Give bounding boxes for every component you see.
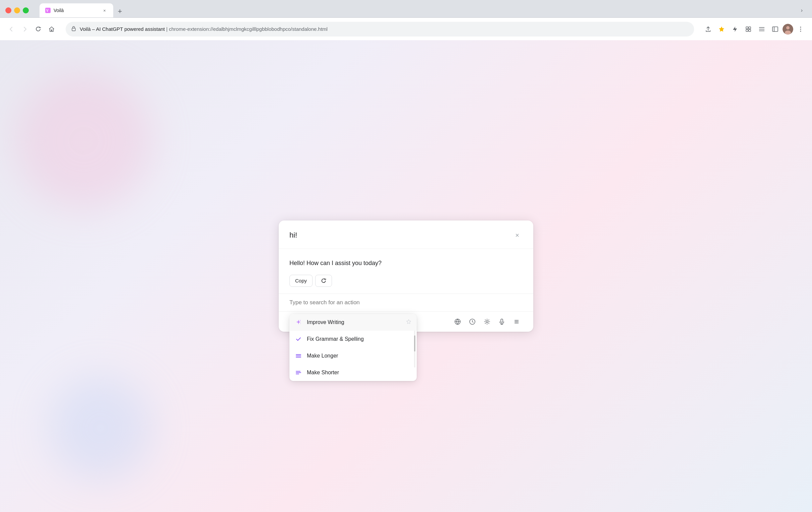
traffic-lights: [5, 7, 29, 13]
nav-buttons: [0, 23, 63, 35]
svg-point-32: [515, 320, 516, 321]
svg-rect-2: [72, 28, 76, 31]
dropdown-item-star-improve-writing[interactable]: [406, 319, 411, 326]
chrome-menu-button[interactable]: [794, 23, 807, 35]
svg-point-16: [800, 28, 801, 29]
svg-point-17: [800, 30, 801, 31]
check-icon: [295, 335, 302, 343]
response-text: Hello! How can I assist you today?: [289, 258, 523, 268]
grid-menu-button[interactable]: [511, 316, 523, 328]
dropdown-item-label-fix-grammar: Fix Grammar & Spelling: [307, 336, 411, 342]
svg-point-14: [785, 30, 791, 34]
maximize-window-button[interactable]: [23, 7, 29, 13]
lightning-button[interactable]: [729, 23, 741, 35]
tab-bar: V Voilà × +: [34, 3, 798, 18]
svg-rect-4: [749, 27, 751, 29]
active-tab[interactable]: V Voilà ×: [39, 3, 113, 18]
settings-button[interactable]: [481, 316, 493, 328]
svg-point-18: [300, 320, 300, 321]
forward-button[interactable]: [19, 23, 31, 35]
svg-point-28: [486, 321, 488, 323]
dialog-close-button[interactable]: ×: [512, 230, 523, 240]
back-button[interactable]: [5, 23, 18, 35]
extensions-button[interactable]: [742, 23, 754, 35]
svg-point-40: [518, 322, 519, 323]
svg-point-13: [786, 26, 789, 29]
share-button[interactable]: [702, 23, 714, 35]
bg-decoration-2: [50, 378, 151, 479]
dialog-header: hi! ×: [279, 221, 533, 249]
minimize-window-button[interactable]: [14, 7, 20, 13]
svg-rect-29: [501, 319, 503, 322]
reload-button[interactable]: [32, 23, 44, 35]
address-bar: Voilà – AI ChatGPT powered assistant | c…: [0, 18, 812, 40]
new-tab-button[interactable]: +: [114, 5, 126, 18]
tab-favicon: V: [45, 7, 51, 13]
url-bar[interactable]: Voilà – AI ChatGPT powered assistant | c…: [66, 22, 694, 36]
svg-point-35: [515, 321, 516, 322]
regenerate-button[interactable]: [315, 275, 332, 287]
dialog-response: Hello! How can I assist you today? Copy: [279, 249, 533, 294]
svg-point-34: [518, 320, 519, 321]
svg-point-38: [515, 322, 516, 323]
user-message: hi!: [289, 231, 297, 239]
title-bar: V Voilà × + ›: [0, 0, 812, 18]
tab-title: Voilà: [54, 8, 98, 13]
dropdown-item-label-improve-writing: Improve Writing: [307, 319, 401, 325]
action-search-input[interactable]: [289, 299, 523, 306]
bookmark-button[interactable]: [716, 23, 728, 35]
tab-scroll-right[interactable]: ›: [801, 7, 807, 13]
tab-search-button[interactable]: [756, 23, 768, 35]
dropdown-item-fix-grammar[interactable]: Fix Grammar & Spelling: [289, 331, 417, 347]
svg-point-37: [518, 321, 519, 322]
home-button[interactable]: [46, 23, 58, 35]
toolbar-actions: [697, 23, 812, 35]
mic-button[interactable]: [496, 316, 508, 328]
svg-rect-5: [746, 29, 748, 31]
security-icon: [71, 26, 76, 32]
url-text: Voilà – AI ChatGPT powered assistant | c…: [80, 26, 689, 32]
dropdown-item-make-longer[interactable]: Make Longer: [289, 347, 417, 364]
copy-button[interactable]: Copy: [289, 275, 313, 287]
short-lines-icon: [295, 369, 302, 376]
dropdown-item-make-shorter[interactable]: Make Shorter: [289, 364, 417, 381]
svg-point-19: [300, 323, 300, 324]
svg-text:V: V: [46, 9, 49, 12]
response-actions: Copy: [289, 275, 523, 287]
regenerate-icon: [321, 278, 326, 283]
history-button[interactable]: [466, 316, 478, 328]
url-separator: |: [165, 26, 169, 32]
svg-rect-10: [773, 27, 778, 31]
bg-decoration-1: [17, 74, 151, 208]
svg-point-15: [800, 26, 801, 27]
dropdown-item-label-make-shorter: Make Shorter: [307, 370, 411, 376]
site-name: Voilà – AI ChatGPT powered assistant: [80, 26, 165, 32]
tab-close-button[interactable]: ×: [101, 7, 108, 14]
url-path: chrome-extension://edalbhjmclmgkcgilllpg…: [169, 26, 328, 32]
profile-button[interactable]: [783, 24, 793, 34]
close-window-button[interactable]: [5, 7, 11, 13]
svg-point-36: [516, 321, 517, 322]
svg-rect-3: [746, 27, 748, 29]
actions-dropdown: Improve Writing Fix Grammar & Spelli: [289, 314, 417, 381]
sparkle-icon: [295, 319, 302, 326]
svg-point-33: [516, 320, 517, 321]
sidebar-button[interactable]: [769, 23, 781, 35]
dialog-input-section: Improve Writing Fix Grammar & Spelli: [279, 294, 533, 312]
main-dialog: hi! × Hello! How can I assist you today?…: [279, 221, 533, 332]
svg-point-39: [516, 322, 517, 323]
svg-rect-6: [749, 29, 751, 31]
browser-frame: V Voilà × + ›: [0, 0, 812, 40]
lines-icon: [295, 352, 302, 360]
dropdown-item-label-make-longer: Make Longer: [307, 353, 411, 359]
dropdown-item-improve-writing[interactable]: Improve Writing: [289, 314, 417, 331]
page-content: hi! × Hello! How can I assist you today?…: [0, 40, 812, 512]
globe-button[interactable]: [452, 316, 464, 328]
